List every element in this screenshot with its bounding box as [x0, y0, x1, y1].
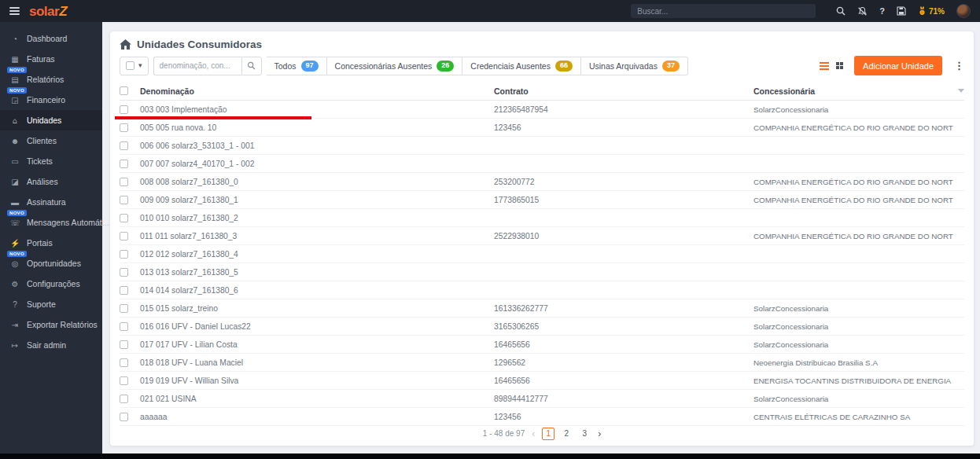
gamification-percent: 71%	[929, 7, 945, 16]
table-row[interactable]: 008 008 solarz7_161380_0 253200772 COMPA…	[120, 173, 964, 191]
filter-tabs: Todos 97 Concessionárias Ausentes 26 Cre…	[267, 57, 688, 75]
sidebar-item-dashboard[interactable]: ◔ Dashboard	[0, 28, 102, 49]
page-number[interactable]: 3	[578, 428, 591, 440]
sidebar: ◔ Dashboard ▦ Faturas NOVO ▤ Relatórios …	[0, 22, 102, 453]
app-logo[interactable]: solarZ	[29, 5, 67, 18]
table-row[interactable]: 021 021 USINA 898944412777 SolarzConcess…	[120, 390, 964, 408]
sidebar-item-sair[interactable]: ↦ Sair admin	[0, 335, 102, 355]
grid-view-icon[interactable]	[836, 62, 843, 69]
add-unit-button[interactable]: Adicionar Unidade	[854, 56, 942, 75]
row-checkbox[interactable]	[120, 105, 128, 114]
filter-tab-concessionarias-ausentes[interactable]: Concessionárias Ausentes 26	[327, 57, 463, 75]
column-concessionaria[interactable]: Concessionária	[753, 86, 953, 96]
row-checkbox[interactable]	[120, 413, 128, 421]
page-number[interactable]: 1	[542, 428, 554, 440]
row-checkbox[interactable]	[120, 268, 128, 277]
global-search-input[interactable]	[631, 4, 816, 18]
cell-denominacao: 006 006 solarz3_53103_1 - 001	[140, 141, 494, 150]
table-row[interactable]: 019 019 UFV - Willian Silva 16465656 ENE…	[120, 372, 964, 390]
row-checkbox[interactable]	[120, 286, 128, 295]
sidebar-item-label: Mensagens Automát...	[27, 218, 109, 227]
row-checkbox[interactable]	[120, 214, 128, 222]
table-search-button[interactable]	[241, 57, 262, 75]
tickets-icon: ▭	[10, 157, 20, 166]
row-checkbox[interactable]	[120, 123, 128, 132]
filter-tab-todos[interactable]: Todos 97	[267, 57, 327, 75]
cell-concessionaria: SolarzConcessionaria	[753, 304, 953, 313]
row-checkbox[interactable]	[120, 232, 128, 241]
sidebar-item-label: Portais	[27, 238, 53, 248]
sidebar-item-label: Clientes	[27, 136, 57, 145]
table-row[interactable]: 017 017 UFV - Lilian Costa 16465656 Sola…	[120, 336, 964, 354]
column-denominacao[interactable]: Denominação	[140, 86, 494, 96]
filter-tab-usinas-arquivadas[interactable]: Usinas Arquivadas 37	[581, 57, 688, 75]
sidebar-item-financeiro[interactable]: NOVO ◲ Financeiro	[0, 90, 102, 110]
column-contrato[interactable]: Contrato	[494, 86, 753, 96]
column-filter-icon[interactable]	[958, 89, 964, 93]
invoices-icon: ▦	[10, 55, 20, 64]
row-checkbox[interactable]	[120, 178, 128, 186]
gamification-medal-icon[interactable]: 71%	[918, 6, 945, 16]
header-checkbox[interactable]	[120, 86, 128, 95]
table-row[interactable]: 015 015 solarz_treino 161336262777 Solar…	[120, 299, 964, 318]
sidebar-item-tickets[interactable]: ▭ Tickets	[0, 151, 102, 171]
row-checkbox[interactable]	[120, 304, 128, 313]
count-badge: 26	[437, 61, 454, 72]
row-checkbox[interactable]	[120, 322, 128, 331]
sidebar-item-analises[interactable]: ◪ Análises	[0, 171, 102, 192]
next-page-icon[interactable]: ›	[598, 428, 601, 439]
hamburger-menu-icon[interactable]	[9, 7, 20, 15]
sidebar-item-exportar[interactable]: ⇥ Exportar Relatórios	[0, 314, 102, 335]
cell-concessionaria: SolarzConcessionaria	[753, 322, 953, 331]
table-row[interactable]: 013 013 solarz7_161380_5	[120, 263, 964, 281]
page-number[interactable]: 2	[560, 428, 573, 440]
row-checkbox[interactable]	[120, 250, 128, 259]
sidebar-item-oportunidades[interactable]: NOVO ◎ Oportunidades	[0, 253, 102, 274]
table-row[interactable]: 007 007 solarz4_40170_1 - 002	[120, 155, 964, 173]
user-avatar[interactable]	[956, 4, 971, 18]
table-row[interactable]: 018 018 UFV - Luana Maciel 1296562 Neoen…	[120, 354, 964, 372]
save-icon[interactable]	[897, 6, 906, 16]
sidebar-item-unidades[interactable]: ⌂ Unidades	[0, 110, 102, 130]
table-row[interactable]: 012 012 solarz7_161380_4	[120, 245, 964, 263]
list-view-icon[interactable]	[820, 62, 829, 70]
table-header: Denominação Contrato Concessionária	[120, 82, 964, 101]
sidebar-item-clientes[interactable]: ☻ Clientes	[0, 130, 102, 151]
table-row[interactable]: 005 005 rua nova. 10 123456 COMPANHIA EN…	[120, 119, 964, 137]
row-checkbox[interactable]	[120, 358, 128, 367]
table-row[interactable]: 006 006 solarz3_53103_1 - 001	[120, 137, 964, 155]
row-checkbox[interactable]	[120, 141, 128, 150]
table-row[interactable]: aaaaaa 123456 CENTRAIS ELÉTRICAS DE CARA…	[120, 408, 964, 426]
table-row[interactable]: 016 016 UFV - Daniel Lucas22 3165306265 …	[120, 318, 964, 336]
pagination: 1 - 48 de 97 ‹ 1 2 3 ›	[120, 426, 964, 441]
table-body: 003 003 Implementação 212365487954 Solar…	[120, 101, 964, 426]
row-checkbox[interactable]	[120, 340, 128, 349]
cell-contrato: 16465656	[494, 376, 753, 385]
cell-denominacao: 018 018 UFV - Luana Maciel	[140, 358, 494, 367]
table-row[interactable]: 011 011 solarz7_161380_3 2522938010 COMP…	[120, 227, 964, 245]
sidebar-item-configuracoes[interactable]: ⚙ Configurações	[0, 274, 102, 294]
row-checkbox[interactable]	[120, 395, 128, 403]
row-checkbox[interactable]	[120, 376, 128, 385]
table-row[interactable]: 009 009 solarz7_161380_1 1773865015 COMP…	[120, 191, 964, 209]
sidebar-item-label: Relatórios	[27, 75, 64, 84]
unidades-card: Unidades Consumidoras ▾ Todos 97	[110, 31, 974, 446]
more-options-icon[interactable]: ⋮	[954, 61, 964, 71]
search-icon[interactable]	[836, 6, 846, 16]
cell-contrato: 123456	[494, 123, 753, 132]
help-icon[interactable]: ?	[879, 6, 885, 16]
select-all-dropdown[interactable]: ▾	[120, 57, 149, 75]
row-checkbox[interactable]	[120, 196, 128, 204]
table-row[interactable]: 010 010 solarz7_161380_2	[120, 209, 964, 227]
sidebar-item-label: Unidades	[27, 116, 61, 125]
prev-page-icon[interactable]: ‹	[532, 428, 535, 439]
notifications-off-icon[interactable]	[857, 6, 868, 17]
table-row[interactable]: 014 014 solarz7_161380_6	[120, 281, 964, 299]
select-all-checkbox[interactable]	[126, 61, 134, 70]
sidebar-item-mensagens[interactable]: NOVO ☏ Mensagens Automát...	[0, 212, 102, 233]
row-checkbox[interactable]	[120, 160, 128, 168]
table-search-input[interactable]	[153, 57, 241, 75]
sidebar-item-suporte[interactable]: ? Suporte	[0, 294, 102, 314]
filter-tab-credenciais-ausentes[interactable]: Credenciais Ausentes 66	[462, 57, 581, 75]
table-row[interactable]: 003 003 Implementação 212365487954 Solar…	[120, 101, 964, 119]
